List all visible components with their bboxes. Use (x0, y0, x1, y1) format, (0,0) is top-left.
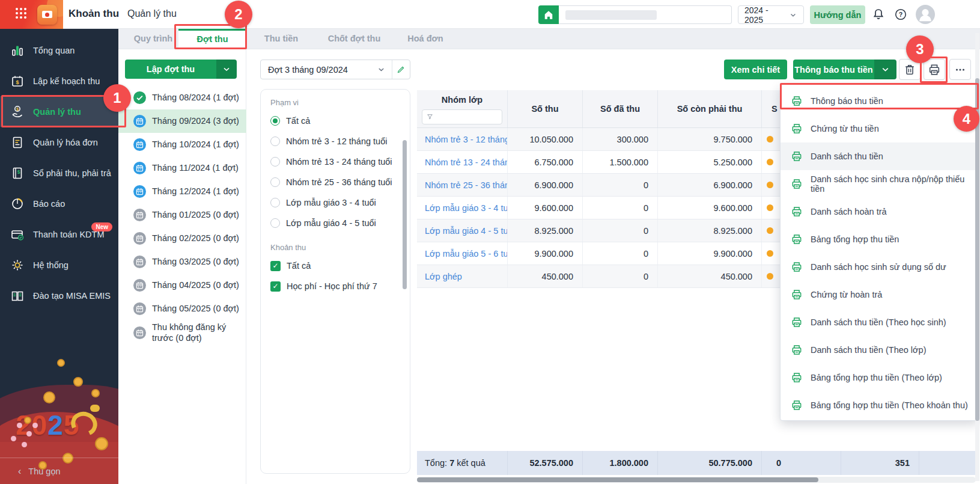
class-name-link[interactable]: Lớp mẫu giáo 4 - 5 tuổi (417, 219, 508, 242)
tab[interactable]: Chốt đợt thu (326, 29, 383, 49)
view-detail-button[interactable]: Xem chi tiết (724, 60, 787, 79)
print-menu-item[interactable]: Chứng từ hoàn trả (781, 281, 978, 308)
sidebar-item[interactable]: Tổng quan (0, 35, 118, 66)
month-item[interactable]: Tháng 11/2024 (1 đợt) (118, 156, 246, 180)
month-item[interactable]: Tháng 02/2025 (0 đợt) (118, 227, 246, 250)
app-logo[interactable] (37, 5, 57, 25)
print-menu-item[interactable]: Danh sách học sinh sử dụng số dư (781, 253, 978, 281)
scope-radio-option[interactable]: Nhóm trẻ 3 - 12 tháng tuổi (270, 131, 400, 152)
tab[interactable]: Thu tiền (263, 29, 300, 49)
month-item[interactable]: Tháng 09/2024 (3 đợt) (118, 109, 246, 133)
create-batch-label: Lập đợt thu (125, 60, 216, 79)
sidebar-item[interactable]: Đào tạo MISA EMIS (0, 280, 118, 311)
home-button[interactable] (538, 5, 559, 24)
print-menu-item-label: Chứng từ thu tiền (811, 124, 879, 133)
horizontal-scrollbar[interactable] (417, 477, 976, 483)
avatar[interactable] (916, 5, 935, 24)
class-name-link[interactable]: Nhóm trẻ 13 - 24 tháng t... (417, 151, 508, 173)
sidebar-item[interactable]: Quản lý thu (0, 96, 118, 127)
scope-radio-option[interactable]: Nhóm trẻ 13 - 24 tháng tuổi (270, 152, 400, 172)
app-launcher-icon[interactable] (16, 8, 26, 19)
class-name-link[interactable]: Lớp ghép (417, 265, 508, 287)
sidebar-item-icon (10, 105, 25, 119)
tab[interactable]: Hoá đơn (407, 29, 444, 49)
print-menu-item[interactable]: Chứng từ thu tiền (781, 115, 978, 142)
column-filter-input[interactable] (422, 109, 502, 124)
search-input[interactable] (559, 5, 732, 24)
print-menu-item[interactable]: Danh sách thu tiền (781, 142, 978, 170)
scope-radio-option[interactable]: Nhóm trẻ 25 - 36 tháng tuổi (270, 172, 400, 192)
column-header-so-thu[interactable]: Số thu (508, 90, 583, 127)
scope-option-label: Lớp mẫu giáo 4 - 5 tuổi (286, 218, 376, 228)
month-status-icon (133, 256, 146, 268)
sidebar-item-icon (10, 289, 25, 303)
month-item[interactable]: Tháng 08/2024 (1 đợt) (118, 86, 246, 109)
sidebar-collapse-button[interactable]: ‹ Thu gọn (0, 458, 118, 484)
fee-checkbox-option[interactable]: ✓ Học phí - Học phí thứ 7 (270, 276, 400, 296)
sidebar-item[interactable]: Lập kế hoạch thu (0, 66, 118, 96)
sidebar-item[interactable]: Hệ thống (0, 250, 118, 280)
status-dot (767, 136, 773, 142)
app-window: Khoản thu Quản lý thu 2024 - 2025 Hướng … (0, 0, 980, 484)
so-thu-cell: 9.900.000 (508, 242, 583, 265)
column-header-nhom-lop[interactable]: Nhóm lớp (417, 90, 508, 127)
sidebar-item-label: Lập kế hoạch thu (33, 76, 100, 86)
so-da-thu-cell: 0 (583, 197, 658, 219)
class-name-link[interactable]: Nhóm trẻ 3 - 12 tháng tuổi (417, 128, 508, 150)
sidebar-item[interactable]: Báo cáo (0, 188, 118, 219)
tab[interactable]: Đợt thu (178, 29, 246, 49)
sidebar-item[interactable]: Sổ phải thu, phải trả (0, 158, 118, 188)
print-menu-item[interactable]: Bảng tổng hợp thu tiền (Theo lớp) (781, 364, 978, 391)
scope-radio-option[interactable]: Tất cả (270, 111, 400, 131)
print-menu-item[interactable]: Danh sách thu tiền (Theo lớp) (781, 336, 978, 364)
vertical-scrollbar[interactable] (975, 33, 979, 481)
print-menu-item[interactable]: Bảng tổng hợp thu tiền (781, 225, 978, 253)
print-menu-item-label: Danh sách học sinh sử dụng số dư (811, 262, 946, 272)
class-name-link[interactable]: Nhóm trẻ 25 - 36 tháng t... (417, 174, 508, 196)
total-col7 (919, 451, 976, 475)
print-menu-item[interactable]: Danh sách hoàn trả (781, 198, 978, 225)
month-item-label: Tháng 02/2025 (0 đợt) (152, 233, 239, 244)
edit-batch-button[interactable] (392, 60, 410, 79)
print-menu-item[interactable]: Danh sách thu tiền (Theo học sinh) (781, 308, 978, 336)
notification-bell-icon[interactable] (871, 7, 886, 22)
scope-option-label: Lớp mẫu giáo 3 - 4 tuổi (286, 198, 376, 207)
month-item[interactable]: Tháng 10/2024 (1 đợt) (118, 133, 246, 156)
print-button[interactable] (924, 59, 945, 80)
notify-button[interactable]: Thông báo thu tiền (793, 60, 896, 79)
class-name-link[interactable]: Lớp mẫu giáo 5 - 6 tuổi (417, 242, 508, 265)
filter-scrollbar[interactable] (403, 140, 407, 289)
scope-option-label: Nhóm trẻ 3 - 12 tháng tuổi (286, 136, 387, 146)
month-item[interactable]: Tháng 05/2025 (0 đợt) (118, 297, 246, 320)
month-item[interactable]: Tháng 01/2025 (0 đợt) (118, 203, 246, 227)
column-header-so-con-phai-thu[interactable]: Số còn phải thu (658, 90, 762, 127)
more-button[interactable] (949, 59, 971, 80)
month-item[interactable]: Tháng 12/2024 (1 đợt) (118, 180, 246, 203)
print-menu-item[interactable]: Thông báo thu tiền (781, 87, 978, 115)
create-batch-dropdown[interactable] (216, 60, 237, 79)
create-batch-button[interactable]: Lập đợt thu (125, 60, 237, 79)
school-year-select[interactable]: 2024 - 2025 (738, 5, 804, 24)
fee-checkbox-option[interactable]: ✓ Tất cả (270, 256, 400, 276)
month-item[interactable]: Thu không đăng ký trước (0 đợt) (118, 320, 246, 345)
print-menu-item[interactable]: Bảng tổng hợp thu tiền (Theo khoản thu) (781, 391, 978, 419)
sidebar-item-label: Quản lý thu (33, 107, 81, 117)
batch-select[interactable]: Đợt 3 tháng 09/2024 (261, 60, 392, 79)
delete-button[interactable] (899, 59, 921, 80)
tabbar: Quy trình Đợt thu Thu tiền Chốt đợt thu … (118, 29, 980, 49)
sidebar-item[interactable]: Quản lý hóa đơn (0, 127, 118, 158)
tab[interactable]: Quy trình (133, 29, 173, 49)
scope-radio-option[interactable]: Lớp mẫu giáo 4 - 5 tuổi (270, 213, 400, 233)
help-icon[interactable] (894, 8, 907, 21)
scope-radio-option[interactable]: Lớp mẫu giáo 3 - 4 tuổi (270, 192, 400, 213)
column-header-so-da-thu[interactable]: Số đã thu (583, 90, 658, 127)
class-name-link[interactable]: Lớp mẫu giáo 3 - 4 tuổi (417, 197, 508, 219)
month-item[interactable]: Tháng 04/2025 (0 đợt) (118, 274, 246, 297)
month-item[interactable]: Tháng 03/2025 (0 đợt) (118, 250, 246, 274)
sidebar-item[interactable]: Thanh toán KDTM New (0, 219, 118, 250)
guide-button[interactable]: Hướng dẫn (810, 5, 865, 24)
radio-icon (270, 177, 280, 187)
notify-dropdown-arrow[interactable] (874, 60, 896, 79)
print-menu-item[interactable]: Danh sách học sinh chưa nộp/nộp thiếu ti… (781, 170, 978, 198)
sidebar-item-icon (10, 135, 25, 150)
